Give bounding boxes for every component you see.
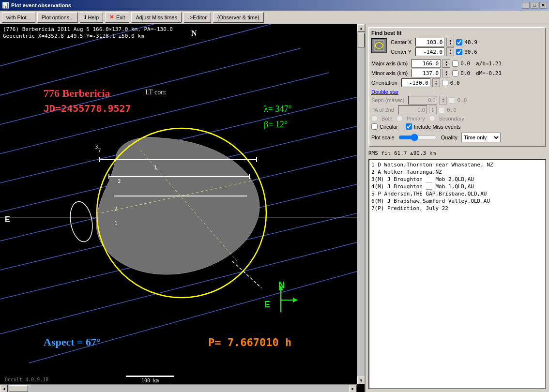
center-x-checkbox[interactable] xyxy=(456,39,462,45)
scroll-left-button[interactable]: ◄ xyxy=(0,385,8,392)
scroll-thumb-v[interactable] xyxy=(358,33,365,47)
minor-axis-spinner[interactable]: ▲▼ xyxy=(442,69,450,77)
svg-text:3: 3 xyxy=(95,144,98,150)
secondary-radio xyxy=(429,115,435,121)
center-y-spinner[interactable]: ▲▼ xyxy=(446,47,454,56)
exit-button[interactable]: ✕ Exit xyxy=(105,12,129,23)
both-label: Both xyxy=(381,116,393,121)
center-x-input[interactable] xyxy=(415,38,444,46)
minimize-button[interactable]: _ xyxy=(522,2,530,9)
lt-corr-label: LT corr. xyxy=(145,89,167,96)
adjust-miss-button[interactable]: Adjust Miss times xyxy=(131,12,182,23)
find-best-fit-title: Find best fit xyxy=(371,30,543,36)
title-bar: 📊 Plot event observations _ □ ✕ xyxy=(0,0,549,11)
sepn-row: Sepn (masec) ▲▼ 0.0 xyxy=(371,96,543,105)
svg-text:2: 2 xyxy=(118,178,121,184)
primary-label: Primary xyxy=(407,116,425,121)
jd-label: JD=2455778.9527 xyxy=(44,103,131,114)
scroll-right-button[interactable]: ► xyxy=(349,385,357,392)
observer-list[interactable]: 1 D Watson,Thornton near Whakatane, NZ 2… xyxy=(368,159,546,389)
plot-options-button[interactable]: Plot options... xyxy=(37,12,78,23)
plot-info-line1: (776) Berbericia 2011 Aug 5 166.0×137.0 … xyxy=(3,26,173,32)
orientation-label: Orientation xyxy=(371,80,399,86)
plot-scrollbar-horizontal[interactable]: ◄ ► xyxy=(0,384,357,392)
fit-fields: Center X ▲▼ 48.9 Center Y ▲▼ 90.6 xyxy=(391,38,543,57)
with-plot-button[interactable]: with Plot... xyxy=(2,12,35,23)
svg-text:2: 2 xyxy=(114,206,118,212)
minor-axis-row: Minor axis (km) ▲▼ 0.0 dM=-0.21 xyxy=(371,69,543,77)
plot-scrollbar-vertical[interactable]: ▲ ▼ xyxy=(357,24,365,384)
scroll-up-button[interactable]: ▲ xyxy=(357,24,365,32)
find-best-fit-section: Find best fit Center X ▲▼ xyxy=(368,27,546,147)
rms-fit-text: RMS fit 61.7 ±90.3 km xyxy=(368,150,546,156)
svg-rect-34 xyxy=(374,41,384,50)
center-x-label: Center X xyxy=(391,39,413,45)
quality-select[interactable]: Time only All Chords only xyxy=(461,133,501,142)
pa-2nd-label: PA of 2nd xyxy=(371,107,396,113)
center-y-input[interactable] xyxy=(415,47,444,56)
major-axis-row: Major axis (km) ▲▼ 0.0 a/b=1.21 xyxy=(371,59,543,68)
scroll-down-button[interactable]: ▼ xyxy=(357,377,365,384)
center-x-spinner[interactable]: ▲▼ xyxy=(446,38,454,46)
options-row: Circular Include Miss events xyxy=(371,122,543,131)
observer-row[interactable]: 6(M) J Bradshaw,Samford Valley,QLD,AU xyxy=(370,197,544,205)
quality-label: Quality xyxy=(441,135,458,140)
center-y-row: Center Y ▲▼ 90.6 xyxy=(391,47,543,56)
right-panel: Find best fit Center X ▲▼ xyxy=(366,24,549,392)
version-label: Occult 4.0.9.18 xyxy=(5,377,48,382)
svg-point-35 xyxy=(375,43,383,48)
scroll-thumb-h[interactable] xyxy=(9,385,28,392)
editor-button[interactable]: ->Editor xyxy=(183,12,211,23)
pa-2nd-input xyxy=(398,106,427,114)
plot-scale-slider[interactable] xyxy=(398,134,437,141)
primary-radio xyxy=(396,115,403,121)
center-x-num: 48.9 xyxy=(464,39,477,45)
fit-icon-svg xyxy=(373,40,385,51)
center-y-num: 90.6 xyxy=(464,49,477,55)
circular-row: Circular xyxy=(371,123,398,130)
svg-text:7: 7 xyxy=(98,148,101,154)
observer-row[interactable]: 2 A Walker,Tauranga,NZ xyxy=(370,168,544,176)
plot-area[interactable]: 1 2 7 3 2 1 (776) Berbericia 2011 Aug 5 … xyxy=(0,24,366,392)
title-icon: 📊 xyxy=(2,2,9,9)
major-axis-checkbox[interactable] xyxy=(452,60,458,67)
circular-checkbox[interactable] xyxy=(371,123,378,130)
close-button[interactable]: ✕ xyxy=(539,2,547,9)
plot-scale-label: Plot scale xyxy=(371,135,395,140)
observer-row[interactable]: 1 D Watson,Thornton near Whakatane, NZ xyxy=(370,161,544,168)
observer-row[interactable]: 7(P) Prediction, July 22 xyxy=(370,205,544,212)
svg-text:1: 1 xyxy=(114,220,118,226)
observer-row[interactable]: 3(M) J Broughton __ Mob 2,QLD,AU xyxy=(370,176,544,183)
minor-axis-input[interactable] xyxy=(412,69,441,77)
orientation-num: 0.0 xyxy=(450,80,460,86)
orientation-input[interactable] xyxy=(401,78,430,87)
both-radio xyxy=(371,115,378,121)
orientation-spinner[interactable]: ▲▼ xyxy=(432,78,440,87)
observer-row[interactable]: 4(M) J Broughton __ Mob 1,QLD,AU xyxy=(370,183,544,190)
svg-marker-31 xyxy=(278,286,283,290)
observer-time-button[interactable]: {Observer & time} xyxy=(213,12,264,23)
help-icon: ℹ xyxy=(84,14,86,20)
orientation-checkbox[interactable] xyxy=(442,80,448,86)
ab-ratio: a/b=1.21 xyxy=(476,60,502,67)
scale-label: 100 km xyxy=(141,378,159,383)
sepn-checkbox xyxy=(449,97,455,104)
help-button[interactable]: ℹ Help xyxy=(80,12,103,23)
center-y-checkbox[interactable] xyxy=(456,49,462,55)
minor-axis-checkbox[interactable] xyxy=(452,70,458,76)
sepn-num: 0.0 xyxy=(457,97,467,104)
observer-row[interactable]: 5 P Anderson,THE GAP,Brisbane,QLD,AU xyxy=(370,190,544,197)
fit-controls: Center X ▲▼ 48.9 Center Y ▲▼ 90.6 xyxy=(371,38,543,57)
center-y-label: Center Y xyxy=(391,49,413,55)
scroll-track-v xyxy=(357,32,365,377)
center-x-row: Center X ▲▼ 48.9 xyxy=(391,38,543,46)
double-star-link[interactable]: Double star xyxy=(371,89,543,95)
circular-label: Circular xyxy=(380,124,398,130)
include-miss-checkbox[interactable] xyxy=(406,123,412,130)
toolbar: with Plot... Plot options... ℹ Help ✕ Ex… xyxy=(0,11,549,24)
scroll-track-h xyxy=(8,385,349,392)
sepn-spinner: ▲▼ xyxy=(439,96,447,105)
major-axis-input[interactable] xyxy=(412,59,441,68)
major-axis-spinner[interactable]: ▲▼ xyxy=(442,59,450,68)
maximize-button[interactable]: □ xyxy=(531,2,538,9)
